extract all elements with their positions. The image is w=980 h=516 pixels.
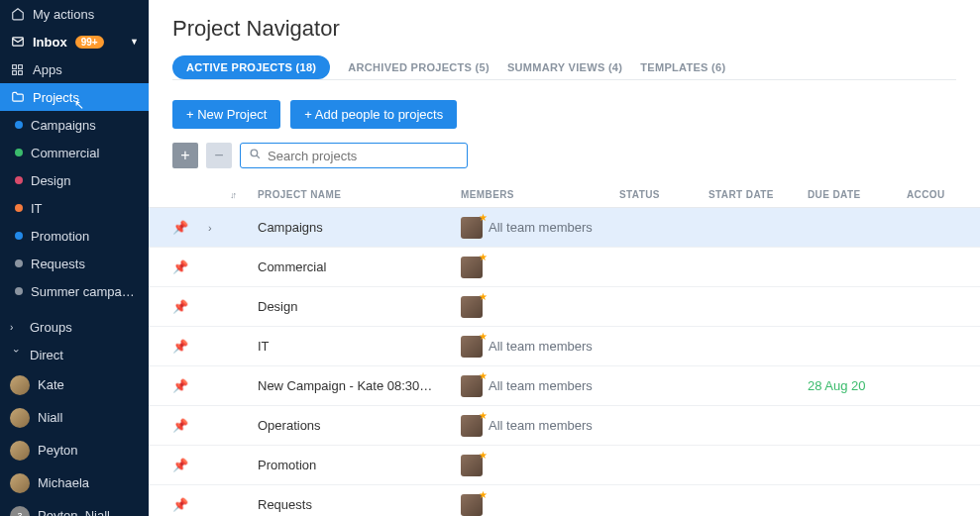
sidebar-project-item[interactable]: Summer campa… (0, 277, 149, 305)
member-avatar[interactable]: ★ (461, 296, 483, 318)
remove-filter-button[interactable]: − (206, 143, 232, 168)
label: Inbox (33, 35, 67, 50)
label: Commercial (31, 146, 99, 160)
sidebar-item-inbox[interactable]: Inbox 99+ ▼ (0, 28, 149, 55)
sidebar-project-item[interactable]: IT (0, 194, 149, 222)
sidebar-project-item[interactable]: Requests (0, 250, 149, 277)
search-input[interactable] (268, 149, 459, 163)
project-dot-icon (15, 287, 23, 295)
sidebar-project-item[interactable]: Commercial (0, 139, 149, 166)
label: Michaela (38, 475, 89, 490)
col-status[interactable]: STATUS (619, 189, 660, 200)
sort-icon[interactable]: ↓↑ (230, 190, 235, 200)
sidebar-item-my-actions[interactable]: My actions (0, 0, 149, 28)
add-filter-button[interactable]: + (172, 143, 198, 168)
sidebar-item-projects[interactable]: Projects (0, 83, 149, 111)
member-avatar[interactable]: ★ (461, 375, 483, 397)
col-members[interactable]: MEMBERS (461, 189, 514, 200)
add-people-button[interactable]: + Add people to projects (290, 100, 457, 129)
tab-summary-views[interactable]: SUMMARY VIEWS (4) (507, 55, 622, 79)
project-dot-icon (15, 149, 23, 156)
col-accou[interactable]: ACCOU (907, 189, 945, 200)
sidebar-direct-item[interactable]: Kate (0, 368, 149, 401)
table-row[interactable]: 📌 Commercial ★ (149, 248, 980, 287)
member-avatar[interactable]: ★ (461, 415, 483, 437)
pin-icon[interactable]: 📌 (172, 299, 188, 314)
svg-point-5 (251, 150, 257, 156)
label: Direct (30, 348, 63, 362)
member-avatar[interactable]: ★ (461, 494, 483, 516)
label: Peyton, Niall,… (38, 508, 127, 516)
member-avatar[interactable]: ★ (461, 336, 483, 358)
due-date: 28 Aug 20 (808, 378, 866, 393)
sidebar-direct-item[interactable]: Peyton (0, 434, 149, 466)
table-row[interactable]: 📌 Promotion ★ (149, 446, 980, 485)
sidebar-item-groups[interactable]: › Groups (0, 313, 149, 341)
home-icon (10, 7, 25, 22)
label: Kate (38, 377, 64, 392)
label: Peyton (38, 443, 77, 458)
search-box[interactable] (240, 143, 468, 168)
avatar (10, 473, 30, 493)
label: My actions (33, 7, 94, 22)
grid-icon (10, 62, 25, 77)
project-dot-icon (15, 204, 23, 212)
label: Campaigns (31, 118, 96, 133)
avatar-count: 3 (10, 506, 30, 517)
label: Projects (33, 90, 79, 105)
sidebar-project-item[interactable]: Campaigns (0, 111, 149, 139)
expand-icon[interactable]: › (208, 222, 212, 234)
sidebar-project-item[interactable]: Design (0, 166, 149, 194)
tab-templates[interactable]: TEMPLATES (6) (640, 55, 725, 79)
table-row[interactable]: 📌 Design ★ (149, 287, 980, 327)
pin-icon[interactable]: 📌 (172, 220, 188, 235)
members-text: All team members (489, 418, 593, 433)
col-start-date[interactable]: START DATE (708, 189, 774, 200)
chevron-down-icon[interactable]: ▼ (130, 37, 139, 47)
member-avatar[interactable]: ★ (461, 217, 483, 239)
tab-active-projects[interactable]: ACTIVE PROJECTS (18) (172, 55, 330, 79)
avatar (10, 375, 30, 395)
star-icon: ★ (479, 370, 488, 381)
chevron-down-icon: › (11, 349, 22, 361)
pin-icon[interactable]: 📌 (172, 339, 188, 354)
table-row[interactable]: 📌 IT ★ All team members (149, 327, 980, 366)
search-icon (249, 148, 262, 163)
project-dot-icon (15, 259, 23, 267)
table-row[interactable]: 📌 Requests ★ (149, 485, 980, 516)
label: Requests (31, 257, 85, 271)
col-due-date[interactable]: DUE DATE (808, 189, 861, 200)
label: IT (31, 201, 43, 216)
project-dot-icon (15, 121, 23, 129)
sidebar-direct-item[interactable]: Niall (0, 401, 149, 434)
new-project-button[interactable]: + New Project (172, 100, 280, 129)
member-avatar[interactable]: ★ (461, 257, 483, 278)
project-name: New Campaign - Kate 08:30… (258, 378, 432, 393)
sidebar-item-apps[interactable]: Apps (0, 55, 149, 83)
pin-icon[interactable]: 📌 (172, 378, 188, 393)
project-name: IT (258, 339, 270, 354)
tab-archived-projects[interactable]: ARCHIVED PROJECTS (5) (348, 55, 490, 79)
label: Niall (38, 410, 62, 425)
pin-icon[interactable]: 📌 (172, 458, 188, 472)
table-row[interactable]: 📌 New Campaign - Kate 08:30… ★ All team … (149, 366, 980, 406)
member-avatar[interactable]: ★ (461, 455, 483, 476)
table-row[interactable]: 📌 › Campaigns ★ All team members (149, 208, 980, 248)
pin-icon[interactable]: 📌 (172, 418, 188, 433)
project-name: Requests (258, 497, 312, 512)
sidebar-direct-item[interactable]: Michaela (0, 466, 149, 499)
star-icon: ★ (479, 291, 488, 302)
pin-icon[interactable]: 📌 (172, 497, 188, 512)
table-row[interactable]: 📌 Operations ★ All team members (149, 406, 980, 446)
chevron-right-icon: › (10, 322, 22, 333)
sidebar: My actions Inbox 99+ ▼ Apps Projects ↖ C… (0, 0, 149, 516)
pin-icon[interactable]: 📌 (172, 259, 188, 274)
label: Summer campa… (31, 284, 135, 299)
sidebar-item-direct[interactable]: › Direct (0, 341, 149, 368)
sidebar-direct-item[interactable]: 3Peyton, Niall,… (0, 499, 149, 516)
members-text: All team members (489, 220, 593, 235)
col-name[interactable]: PROJECT NAME (258, 189, 341, 200)
project-name: Promotion (258, 458, 316, 472)
members-text: All team members (489, 378, 593, 393)
sidebar-project-item[interactable]: Promotion (0, 222, 149, 250)
